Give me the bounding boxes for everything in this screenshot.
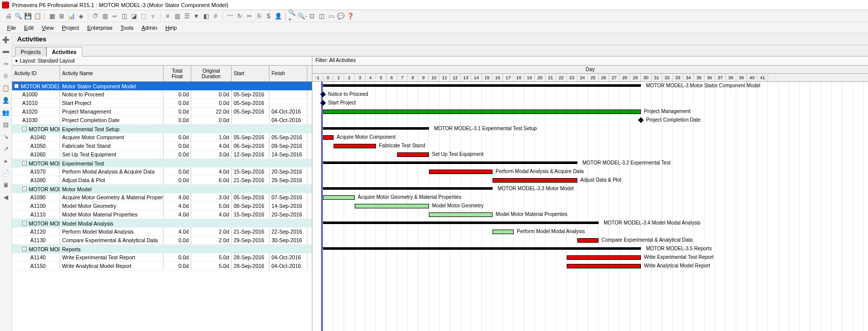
- split-icon[interactable]: ◫: [317, 12, 326, 21]
- app-icon: [2, 2, 9, 9]
- scissors-icon[interactable]: ✂: [245, 12, 254, 21]
- menu-enterprise[interactable]: Enterprise: [84, 24, 116, 32]
- resource-icon[interactable]: 👤: [274, 12, 283, 21]
- schedule-icon[interactable]: ⏱: [91, 12, 100, 21]
- table-icon[interactable]: ⊞: [57, 12, 66, 21]
- menu-help[interactable]: Help: [162, 24, 180, 32]
- save-icon[interactable]: 💾: [23, 12, 32, 21]
- dollar-icon[interactable]: $: [264, 12, 273, 21]
- help-icon[interactable]: ❓: [346, 12, 355, 21]
- separator: [88, 12, 88, 20]
- indent-icon[interactable]: ≡: [163, 12, 172, 21]
- hash-icon[interactable]: #: [211, 12, 220, 21]
- print-icon[interactable]: 🖨: [4, 12, 13, 21]
- zoom-out-icon[interactable]: 🔍-: [298, 12, 307, 21]
- level-icon[interactable]: ⬚: [139, 12, 148, 21]
- preview-icon[interactable]: 🔍: [14, 12, 23, 21]
- menu-edit[interactable]: Edit: [21, 24, 37, 32]
- curve-icon[interactable]: 〰: [226, 12, 235, 21]
- separator: [285, 12, 286, 20]
- menu-project[interactable]: Project: [59, 24, 82, 32]
- columns2-icon[interactable]: ▥: [173, 12, 182, 21]
- menu-view[interactable]: View: [39, 24, 57, 32]
- menu-tools[interactable]: Tools: [118, 24, 137, 32]
- chart2-icon[interactable]: ◪: [129, 12, 138, 21]
- group-icon[interactable]: ☰: [182, 12, 191, 21]
- separator: [160, 12, 160, 20]
- filter-drop-icon[interactable]: ▿: [148, 12, 157, 21]
- bars-icon[interactable]: ═: [110, 12, 119, 21]
- fit-icon[interactable]: ⊡: [307, 12, 316, 21]
- details-icon[interactable]: ▭: [327, 12, 336, 21]
- columns-icon[interactable]: ▥: [100, 12, 110, 21]
- gantt-icon[interactable]: 📊: [67, 12, 76, 21]
- network-icon[interactable]: ◈: [76, 12, 85, 21]
- comment-icon[interactable]: 💬: [336, 12, 345, 21]
- app-title: Primavera P6 Professional R15.1 : MOTOR …: [12, 2, 228, 8]
- refresh-icon[interactable]: ↻: [235, 12, 244, 21]
- menu-file[interactable]: File: [4, 24, 19, 32]
- copy2-icon[interactable]: ⎘: [254, 12, 263, 21]
- chart1-icon[interactable]: ◫: [120, 12, 129, 21]
- title-bar: Primavera P6 Professional R15.1 : MOTOR …: [0, 0, 868, 10]
- copy-icon[interactable]: 📋: [33, 12, 42, 21]
- menu-bar: File Edit View Project Enterprise Tools …: [0, 22, 868, 33]
- layout-icon[interactable]: ▦: [47, 12, 57, 21]
- separator: [223, 12, 223, 20]
- separator: [44, 12, 45, 20]
- filter-icon[interactable]: ▼: [192, 12, 201, 21]
- toolbar-main: 🖨 🔍 💾 📋 ▦ ⊞ 📊 ◈ ⏱ ▥ ═ ◫ ◪ ⬚ ▿ ≡ ▥ ☰ ▼ ◧ …: [0, 10, 868, 22]
- zoom-in-icon[interactable]: 🔍+: [288, 12, 297, 21]
- menu-admin[interactable]: Admin: [138, 24, 160, 32]
- timescale-icon[interactable]: ◧: [201, 12, 210, 21]
